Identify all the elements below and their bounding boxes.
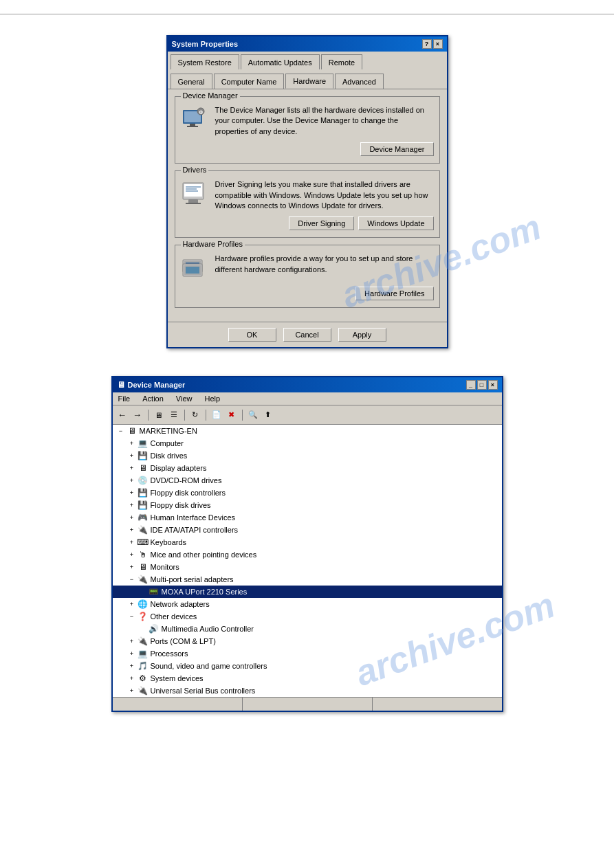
tree-item-moxa[interactable]: 📟 MOXA UPort 2210 Series (113, 586, 502, 598)
ti-floppyd-expand[interactable]: + (127, 500, 138, 511)
device-manager-button[interactable]: Device Manager (360, 142, 433, 156)
tab-advanced[interactable]: Advanced (335, 74, 384, 89)
toolbar-sep-4 (242, 410, 243, 421)
tree-item-ide[interactable]: + 🔌 IDE ATA/ATAPI controllers (113, 524, 502, 536)
cancel-button[interactable]: Cancel (283, 328, 331, 342)
devmgr-tree-content: − 🖥 MARKETING-EN + 💻 Computer + 💾 Disk d (113, 425, 502, 697)
svg-rect-2 (190, 124, 195, 126)
toolbar-refresh[interactable]: ↻ (188, 408, 202, 422)
ti-usb-expand[interactable]: + (127, 685, 138, 696)
device-manager-group-inner: ⚙ The Device Manager lists all the hardw… (181, 105, 434, 137)
tree-item-other[interactable]: − ❓ Other devices (113, 610, 502, 623)
ti-net-expand[interactable]: + (127, 599, 138, 610)
ti-mice-expand[interactable]: + (127, 549, 138, 560)
toolbar-forward[interactable]: → (131, 408, 144, 422)
ti-mon-label: Monitors (151, 563, 179, 571)
devmgr-close-button[interactable]: × (488, 380, 498, 390)
tab-general[interactable]: General (171, 74, 212, 89)
menu-file[interactable]: File (116, 394, 133, 403)
toolbar-scan[interactable]: 🔍 (246, 408, 260, 422)
tree-item-display-adapters[interactable]: + 🖥 Display adapters (113, 462, 502, 474)
ti-ide-label: IDE ATA/ATAPI controllers (151, 526, 239, 534)
tree-item-floppy-ctrl[interactable]: + 💾 Floppy disk controllers (113, 487, 502, 499)
ti-sound-expand[interactable]: + (127, 660, 138, 671)
devmgr-minimize-button[interactable]: _ (466, 380, 476, 390)
ti-ports-label: Ports (COM & LPT) (151, 637, 216, 645)
ti-disk-expand[interactable]: + (127, 450, 138, 461)
toolbar-properties[interactable]: 📄 (210, 408, 223, 422)
tree-root-expand[interactable]: − (116, 425, 127, 436)
svg-text:⚙: ⚙ (199, 110, 203, 115)
toolbar-sep-1 (148, 410, 149, 421)
ti-hid-expand[interactable]: + (127, 512, 138, 523)
ti-floppyc-expand[interactable]: + (127, 487, 138, 498)
tree-item-processors[interactable]: + 💻 Processors (113, 647, 502, 660)
drivers-group-title: Drivers (181, 166, 209, 174)
devmgr-restore-button[interactable]: □ (477, 380, 487, 390)
tree-root[interactable]: − 🖥 MARKETING-EN (113, 425, 502, 437)
ti-ide-expand[interactable]: + (127, 524, 138, 535)
ti-sys-expand[interactable]: + (127, 673, 138, 684)
ti-display-expand[interactable]: + (127, 463, 138, 474)
menu-help[interactable]: Help (201, 394, 223, 403)
tab-system-restore[interactable]: System Restore (171, 54, 239, 69)
ti-mice-icon: 🖱 (138, 549, 149, 560)
tree-item-sound[interactable]: + 🎵 Sound, video and game controllers (113, 660, 502, 672)
hardware-profiles-button[interactable]: Hardware Profiles (355, 287, 433, 300)
tree-item-multiport[interactable]: − 🔌 Multi-port serial adapters (113, 573, 502, 586)
tree-item-disk-drives[interactable]: + 💾 Disk drives (113, 449, 502, 462)
devmgr-titlebar: 🖥 Device Manager _ □ × (113, 377, 502, 392)
driver-signing-button[interactable]: Driver Signing (289, 216, 354, 230)
drivers-group: Drivers (175, 170, 440, 238)
ti-disk-label: Disk drives (151, 452, 188, 460)
ti-mm-label: Multimedia Audio Controller (162, 625, 254, 633)
tab-computer-name[interactable]: Computer Name (214, 74, 285, 89)
tree-item-system[interactable]: + ⚙ System devices (113, 672, 502, 685)
ti-computer-expand[interactable]: + (127, 438, 138, 449)
toolbar-update[interactable]: ⬆ (261, 408, 275, 422)
ti-other-expand[interactable]: − (127, 611, 138, 622)
ti-dvd-expand[interactable]: + (127, 475, 138, 486)
toolbar-back[interactable]: ← (116, 408, 129, 422)
ok-button[interactable]: OK (228, 328, 276, 342)
menu-view[interactable]: View (173, 394, 195, 403)
ti-sound-label: Sound, video and game controllers (151, 662, 267, 670)
toolbar-computer[interactable]: 🖥 (152, 408, 166, 422)
windows-update-button[interactable]: Windows Update (358, 216, 433, 230)
help-button[interactable]: ? (422, 39, 432, 49)
ti-moxa-expand (138, 586, 149, 597)
toolbar-uninstall[interactable]: ✖ (225, 408, 239, 422)
menu-action[interactable]: Action (140, 394, 166, 403)
ti-other-label: Other devices (151, 612, 197, 621)
ti-ports-expand[interactable]: + (127, 636, 138, 647)
tree-item-computer[interactable]: + 💻 Computer (113, 437, 502, 449)
tab-automatic-updates[interactable]: Automatic Updates (241, 54, 320, 69)
toolbar-list[interactable]: ☰ (167, 408, 181, 422)
apply-button[interactable]: Apply (338, 328, 386, 342)
ti-display-icon: 🖥 (138, 463, 149, 474)
tree-item-monitors[interactable]: + 🖥 Monitors (113, 561, 502, 573)
ti-kb-expand[interactable]: + (127, 537, 138, 548)
tree-item-usb[interactable]: + 🔌 Universal Serial Bus controllers (113, 685, 502, 697)
tab-remote[interactable]: Remote (321, 54, 363, 69)
tree-item-keyboards[interactable]: + ⌨ Keyboards (113, 536, 502, 548)
ti-mon-expand[interactable]: + (127, 561, 138, 572)
tree-item-multimedia[interactable]: 🔊 Multimedia Audio Controller (113, 623, 502, 635)
svg-rect-18 (186, 267, 199, 274)
tab-hardware[interactable]: Hardware (285, 74, 333, 89)
ti-computer-icon: 💻 (138, 438, 149, 449)
hardware-profiles-group: Hardware Profiles H (175, 245, 440, 308)
status-pane-3 (373, 698, 502, 711)
tree-item-network[interactable]: + 🌐 Network adapters (113, 598, 502, 610)
ti-multi-expand[interactable]: − (127, 574, 138, 585)
tree-item-human-interface[interactable]: + 🎮 Human Interface Devices (113, 511, 502, 524)
close-button[interactable]: × (433, 39, 443, 49)
ti-moxa-label: MOXA UPort 2210 Series (162, 588, 248, 596)
tree-item-dvd[interactable]: + 💿 DVD/CD-ROM drives (113, 474, 502, 487)
dialog-titlebar: System Properties ? × (168, 36, 447, 52)
ti-other-icon: ❓ (138, 611, 149, 622)
ti-proc-expand[interactable]: + (127, 648, 138, 659)
tree-item-floppy-drives[interactable]: + 💾 Floppy disk drives (113, 499, 502, 511)
tree-item-ports[interactable]: + 🔌 Ports (COM & LPT) (113, 635, 502, 647)
tree-item-mice[interactable]: + 🖱 Mice and other pointing devices (113, 548, 502, 561)
